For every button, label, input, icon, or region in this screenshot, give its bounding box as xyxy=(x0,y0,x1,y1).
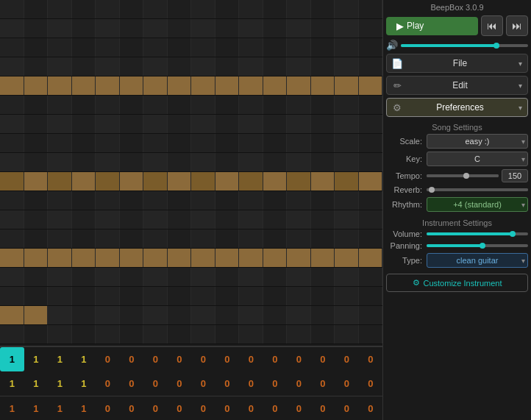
tempo-label: Tempo: xyxy=(386,171,427,180)
num-cell[interactable]: 0 xyxy=(191,396,215,421)
song-grid[interactable]: 1 1 1 1 0 0 0 0 0 0 0 0 0 0 0 0 1 1 1 1 … xyxy=(0,0,382,420)
skip-button[interactable]: ⏭ xyxy=(506,15,528,36)
grid-row[interactable] xyxy=(0,306,382,325)
num-cell[interactable]: 0 xyxy=(311,396,335,421)
num-cell[interactable]: 1 xyxy=(0,396,24,421)
inst-volume-thumb[interactable] xyxy=(510,231,516,237)
num-cell[interactable]: 0 xyxy=(263,347,288,371)
num-cell[interactable]: 0 xyxy=(359,371,383,396)
num-cell[interactable]: 1 xyxy=(0,371,24,396)
reverb-slider[interactable] xyxy=(427,188,528,191)
customize-instrument-button[interactable]: ⚙ Customize Instrument xyxy=(386,274,528,292)
tempo-input[interactable] xyxy=(502,169,528,182)
inst-volume-fill xyxy=(427,232,513,235)
num-cell[interactable]: 0 xyxy=(143,371,168,396)
num-cell[interactable]: 0 xyxy=(359,396,383,421)
num-cell[interactable]: 1 xyxy=(72,396,96,421)
num-cell[interactable]: 0 xyxy=(311,347,335,371)
reverb-label: Reverb: xyxy=(386,185,427,194)
type-row: Type: clean guitar xyxy=(386,253,528,268)
num-cell[interactable]: 1 xyxy=(72,347,96,371)
grid-row[interactable] xyxy=(0,134,382,153)
grid-row[interactable] xyxy=(0,96,382,115)
num-cell[interactable]: 0 xyxy=(168,371,192,396)
num-cell[interactable]: 0 xyxy=(191,347,215,371)
rhythm-select[interactable]: +4 (standard) xyxy=(427,197,528,212)
volume-slider[interactable] xyxy=(401,44,528,47)
num-cell[interactable]: 0 xyxy=(215,347,240,371)
num-cell[interactable]: 1 xyxy=(72,371,96,396)
num-cell[interactable]: 0 xyxy=(263,396,288,421)
num-cell[interactable]: 1 xyxy=(48,347,72,371)
play-button[interactable]: ▶ Play xyxy=(386,17,478,35)
grid-row[interactable] xyxy=(0,268,382,287)
number-row-3[interactable]: 1 1 1 1 0 0 0 0 0 0 0 0 0 0 0 0 xyxy=(0,396,382,420)
num-cell[interactable]: 0 xyxy=(335,347,359,371)
grid-row[interactable] xyxy=(0,115,382,134)
num-cell[interactable]: 0 xyxy=(191,371,215,396)
grid-row[interactable] xyxy=(0,191,382,210)
preferences-menu[interactable]: ⚙ Preferences ▾ xyxy=(386,98,528,117)
num-cell[interactable]: 0 xyxy=(239,396,263,421)
num-cell[interactable]: 0 xyxy=(215,371,240,396)
grid-row[interactable] xyxy=(0,19,382,38)
num-cell[interactable]: 1 xyxy=(48,371,72,396)
grid-row[interactable] xyxy=(0,38,382,57)
inst-volume-row: Volume: xyxy=(386,229,528,238)
key-select[interactable]: C xyxy=(427,152,528,166)
num-cell[interactable]: 1 xyxy=(24,371,49,396)
num-cell[interactable]: 0 xyxy=(96,347,120,371)
grid-row[interactable] xyxy=(0,325,382,344)
num-cell[interactable]: 0 xyxy=(143,347,168,371)
instrument-settings-header: Instrument Settings xyxy=(386,218,528,227)
num-cell[interactable]: 0 xyxy=(168,396,192,421)
num-cell[interactable]: 0 xyxy=(335,371,359,396)
edit-menu[interactable]: ✏ Edit ▾ xyxy=(386,76,528,95)
number-row-2[interactable]: 1 1 1 1 0 0 0 0 0 0 0 0 0 0 0 0 xyxy=(0,371,382,396)
right-panel: BeepBox 3.0.9 ▶ Play ⏮ ⏭ 🔊 📄 File ▾ ✏ Ed… xyxy=(382,0,531,420)
grid-row[interactable] xyxy=(0,153,382,172)
num-cell[interactable]: 0 xyxy=(311,371,335,396)
number-row-1[interactable]: 1 1 1 1 0 0 0 0 0 0 0 0 0 0 0 0 xyxy=(0,347,382,371)
num-cell[interactable]: 0 xyxy=(263,371,288,396)
rhythm-row: Rhythm: +4 (standard) xyxy=(386,197,528,212)
grid-row[interactable] xyxy=(0,76,382,96)
num-cell[interactable]: 0 xyxy=(359,347,383,371)
num-cell[interactable]: 0 xyxy=(239,347,263,371)
num-cell[interactable]: 1 xyxy=(48,396,72,421)
grid-row[interactable] xyxy=(0,229,382,249)
num-cell[interactable]: 0 xyxy=(287,396,311,421)
number-rows: 1 1 1 1 0 0 0 0 0 0 0 0 0 0 0 0 1 1 1 1 … xyxy=(0,346,382,420)
rewind-button[interactable]: ⏮ xyxy=(481,15,503,36)
grid-row[interactable] xyxy=(0,57,382,76)
num-cell[interactable]: 0 xyxy=(96,396,120,421)
num-cell[interactable]: 0 xyxy=(120,347,144,371)
num-cell[interactable]: 0 xyxy=(143,396,168,421)
num-cell[interactable]: 0 xyxy=(168,347,192,371)
num-cell[interactable]: 0 xyxy=(335,396,359,421)
grid-row[interactable] xyxy=(0,287,382,306)
volume-thumb[interactable] xyxy=(493,43,499,49)
num-cell[interactable]: 0 xyxy=(287,371,311,396)
num-cell[interactable]: 0 xyxy=(120,371,144,396)
num-cell[interactable]: 1 xyxy=(24,347,49,371)
grid-row[interactable] xyxy=(0,172,382,191)
file-arrow: ▾ xyxy=(513,60,527,68)
grid-row[interactable] xyxy=(0,0,382,19)
grid-row[interactable] xyxy=(0,249,382,268)
num-cell[interactable]: 0 xyxy=(287,347,311,371)
file-menu[interactable]: 📄 File ▾ xyxy=(386,54,528,73)
num-cell[interactable]: 0 xyxy=(96,371,120,396)
scale-select[interactable]: easy :) xyxy=(427,134,528,149)
inst-volume-slider[interactable] xyxy=(427,232,528,235)
grid-row[interactable] xyxy=(0,210,382,229)
tempo-slider[interactable] xyxy=(427,174,499,177)
panning-thumb[interactable] xyxy=(480,243,485,249)
num-cell[interactable]: 1 xyxy=(24,396,49,421)
type-select[interactable]: clean guitar xyxy=(427,253,528,268)
num-cell[interactable]: 0 xyxy=(120,396,144,421)
num-cell[interactable]: 0 xyxy=(239,371,263,396)
num-cell[interactable]: 1 xyxy=(0,347,24,371)
panning-slider[interactable] xyxy=(427,244,528,247)
num-cell[interactable]: 0 xyxy=(215,396,240,421)
